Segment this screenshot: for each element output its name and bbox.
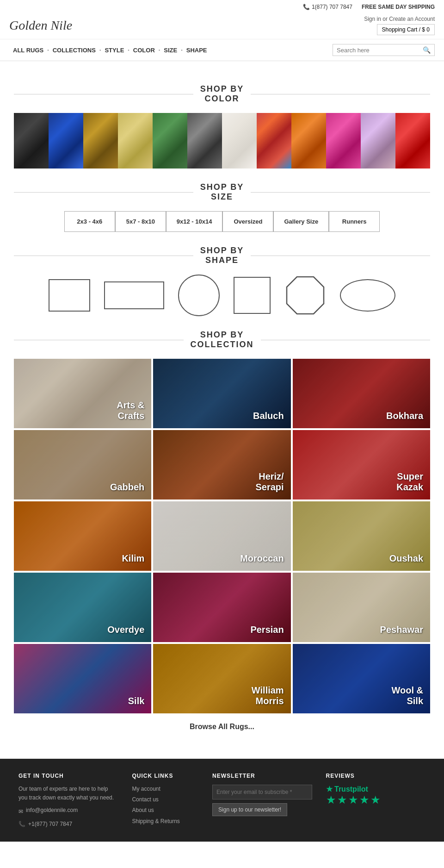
header-links: Sign in or Create an Account — [364, 16, 435, 22]
shape-rectangle[interactable] — [49, 279, 90, 312]
nav-all-rugs[interactable]: ALL RUGS — [9, 47, 47, 54]
footer-phone-icon: 📞 — [18, 821, 25, 827]
trustpilot-star-icon: ★ — [326, 785, 333, 793]
size-btn-small[interactable]: 2x3 - 4x6 — [64, 211, 115, 232]
color-swatch-red[interactable] — [395, 113, 430, 169]
shipping-text: FREE SAME DAY SHIPPING — [362, 4, 435, 10]
cart-button[interactable]: Shopping Cart / $ 0 — [377, 24, 435, 35]
color-swatch-green[interactable] — [153, 113, 187, 169]
collection-grid: Arts &Crafts Baluch Bokhara Gabbeh Heriz… — [14, 359, 430, 713]
size-btn-medium[interactable]: 5x7 - 8x10 — [115, 211, 166, 232]
collection-silk-label: Silk — [128, 696, 145, 706]
collection-moroccan[interactable]: Moroccan — [153, 501, 290, 571]
collection-baluch[interactable]: Baluch — [153, 359, 290, 428]
color-swatch-purple[interactable] — [361, 113, 395, 169]
collection-william-morris-label: WilliamMorris — [252, 685, 284, 706]
collection-kilim-label: Kilim — [122, 553, 144, 564]
collection-kilim[interactable]: Kilim — [14, 501, 151, 571]
shape-circle[interactable] — [178, 275, 220, 316]
header-or: or — [382, 16, 389, 22]
size-btn-oversized[interactable]: Oversized — [222, 211, 273, 232]
footer-email: ✉ info@goldennile.com — [18, 806, 118, 817]
footer-link-contact[interactable]: Contact us — [132, 795, 198, 804]
nav-collections[interactable]: COLLECTIONS — [49, 47, 99, 54]
size-btn-runners[interactable]: Runners — [329, 211, 380, 232]
collection-peshawar-label: Peshawar — [380, 624, 423, 635]
collection-super-kazak[interactable]: SuperKazak — [293, 430, 430, 500]
color-swatch-pink[interactable] — [326, 113, 361, 169]
footer-link-my-account[interactable]: My account — [132, 785, 198, 793]
shop-by-collection-title: SHOP BYCOLLECTION — [14, 330, 430, 350]
color-swatch-grey[interactable] — [187, 113, 222, 169]
collection-wool-silk[interactable]: Wool &Silk — [293, 644, 430, 713]
collection-gabbeh[interactable]: Gabbeh — [14, 430, 151, 500]
signin-link[interactable]: Sign in — [364, 16, 381, 22]
collection-persian[interactable]: Persian — [153, 573, 290, 642]
collection-heriz[interactable]: Heriz/Serapi — [153, 430, 290, 500]
footer-get-in-touch: GET IN TOUCH Our team of experts are her… — [18, 773, 118, 828]
collection-arts-crafts-label: Arts &Crafts — [117, 400, 144, 421]
shop-by-color-title: SHOP BYCOLOR — [14, 84, 430, 104]
shape-oval[interactable] — [340, 279, 395, 312]
phone-number: 📞 1(877) 707 7847 — [303, 4, 352, 10]
color-swatch-black[interactable] — [14, 113, 49, 169]
collection-bokhara[interactable]: Bokhara — [293, 359, 430, 428]
trustpilot-stars: ★★★★★ — [326, 793, 426, 806]
collection-overdye[interactable]: Overdye — [14, 573, 151, 642]
svg-marker-0 — [287, 277, 324, 314]
color-swatches — [14, 113, 430, 169]
color-swatch-ivory[interactable] — [222, 113, 257, 169]
footer: GET IN TOUCH Our team of experts are her… — [0, 759, 444, 842]
newsletter-signup-button[interactable]: Sign up to our newsletter! — [212, 803, 287, 816]
collection-gabbeh-label: Gabbeh — [110, 482, 144, 493]
search-box: 🔍 — [333, 44, 435, 56]
collection-moroccan-label: Moroccan — [240, 553, 284, 564]
collection-baluch-label: Baluch — [253, 411, 284, 421]
color-swatch-multi[interactable] — [257, 113, 291, 169]
nav-color[interactable]: COLOR — [130, 47, 159, 54]
footer-reviews: REVIEWS ★ Trustpilot ★★★★★ — [326, 773, 426, 828]
collection-heriz-label: Heriz/Serapi — [256, 471, 284, 493]
nav-size[interactable]: SIZE — [160, 47, 181, 54]
color-swatch-orange[interactable] — [291, 113, 326, 169]
shape-row — [14, 275, 430, 316]
newsletter-email-input[interactable] — [212, 785, 312, 799]
footer-newsletter: NEWSLETTER Sign up to our newsletter! — [212, 773, 312, 828]
collection-william-morris[interactable]: WilliamMorris — [153, 644, 290, 713]
shape-octagon[interactable] — [284, 275, 326, 316]
footer-quick-links-title: QUICK LINKS — [132, 773, 198, 779]
nav-shape[interactable]: SHAPE — [183, 47, 211, 54]
main-content: SHOP BYCOLOR SHOP BYSIZE 2x3 - 4x6 5x7 -… — [0, 61, 444, 749]
color-swatch-gold[interactable] — [118, 113, 153, 169]
footer-grid: GET IN TOUCH Our team of experts are her… — [18, 773, 426, 828]
footer-get-in-touch-desc: Our team of experts are here to help you… — [18, 785, 118, 802]
color-swatch-brown[interactable] — [83, 113, 118, 169]
collection-arts-crafts[interactable]: Arts &Crafts — [14, 359, 151, 428]
footer-phone-number: +1(877) 707 7847 — [28, 821, 72, 827]
size-btn-gallery[interactable]: Gallery Size — [273, 211, 329, 232]
footer-link-shipping[interactable]: Shipping & Returns — [132, 817, 198, 826]
browse-all-link[interactable]: Browse All Rugs... — [14, 723, 430, 731]
collection-peshawar[interactable]: Peshawar — [293, 573, 430, 642]
shop-by-shape-title: SHOP BYSHAPE — [14, 246, 430, 265]
logo[interactable]: Golden Nile — [9, 18, 72, 33]
collection-oushak[interactable]: Oushak — [293, 501, 430, 571]
shop-by-size-title: SHOP BYSIZE — [14, 182, 430, 202]
size-btn-large[interactable]: 9x12 - 10x14 — [166, 211, 223, 232]
color-swatch-blue[interactable] — [49, 113, 83, 169]
trustpilot-logo: ★ Trustpilot — [326, 785, 426, 793]
search-input[interactable] — [337, 47, 420, 54]
create-account-link[interactable]: Create an Account — [389, 16, 435, 22]
shape-square[interactable] — [234, 277, 271, 314]
collection-super-kazak-label: SuperKazak — [396, 471, 423, 493]
search-icon[interactable]: 🔍 — [423, 46, 431, 54]
nav-style[interactable]: STYLE — [101, 47, 128, 54]
shape-rectangle-wide[interactable] — [104, 281, 164, 309]
collection-persian-label: Persian — [250, 624, 284, 635]
collection-silk[interactable]: Silk — [14, 644, 151, 713]
collection-wool-silk-label: Wool &Silk — [391, 685, 423, 706]
footer-phone: 📞 +1(877) 707 7847 — [18, 821, 118, 827]
footer-email-link[interactable]: info@goldennile.com — [26, 806, 78, 815]
collection-bokhara-label: Bokhara — [386, 411, 423, 421]
footer-link-about[interactable]: About us — [132, 806, 198, 815]
